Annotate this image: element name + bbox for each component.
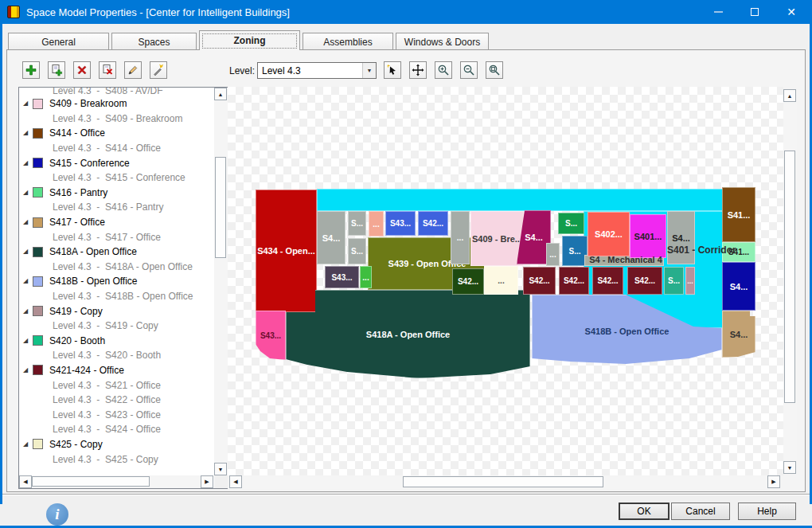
tab-assemblies[interactable]: Assemblies (303, 33, 393, 50)
plan-room-navy-s4[interactable]: S4... (722, 262, 755, 311)
pan-tool-button[interactable] (409, 61, 427, 79)
plan-room-tan-s4[interactable]: S4... (722, 311, 755, 358)
plan-room-dkred-c[interactable]: S42... (592, 267, 623, 295)
plan-room-corridor-top[interactable] (317, 189, 724, 211)
zoom-in-button[interactable] (435, 61, 452, 79)
plan-room-gray-sliver[interactable]: ... (451, 211, 470, 264)
plan-vscroll-thumb[interactable] (784, 151, 795, 403)
tree-subitem[interactable]: Level 4.3 - S414 - Office (19, 141, 213, 156)
add-space-button[interactable] (22, 61, 40, 79)
auto-zone-button[interactable] (150, 61, 167, 79)
expander-icon[interactable]: ◢ (23, 278, 33, 284)
floor-plan-canvas[interactable]: S439 - Open OfficeS409 - Bre...S434 - Op… (228, 87, 783, 475)
plan-room-blue-b[interactable]: S42... (418, 211, 448, 236)
plan-room-lime-dots[interactable]: ... (360, 266, 372, 288)
plan-vertical-scrollbar[interactable]: ▲ ▼ (783, 89, 797, 474)
plan-room-pink-s43[interactable]: S43... (256, 311, 286, 360)
tab-zoning[interactable]: Zoning (199, 30, 300, 50)
expander-icon[interactable]: ◢ (23, 248, 33, 255)
plan-room-gray-b[interactable]: S... (348, 211, 366, 236)
tab-windows-doors[interactable]: Windows & Doors (396, 33, 489, 50)
tree-item[interactable]: ◢S425 - Copy (19, 437, 213, 452)
plan-room-dkred-b[interactable]: S42... (559, 267, 589, 295)
plan-room-s401-room[interactable]: S401... (630, 214, 666, 258)
tree-subitem[interactable]: Level 4.3 - S425 - Copy (19, 452, 213, 467)
info-icon[interactable]: i (46, 503, 68, 526)
plan-room-blue-a[interactable]: S43... (385, 211, 416, 236)
scroll-left-icon[interactable]: ◀ (229, 475, 242, 488)
plan-room-dkred-a[interactable]: S42... (523, 267, 556, 295)
plan-room-gray-c[interactable]: S... (348, 238, 366, 264)
plan-room-s402[interactable]: S402... (588, 212, 630, 256)
tree-item[interactable]: ◢S420 - Booth (19, 334, 213, 349)
tree-subitem[interactable]: Level 4.3 - S423 - Office (19, 407, 213, 422)
expander-icon[interactable]: ◢ (23, 100, 33, 107)
tree-subitem[interactable]: Level 4.3 - S420 - Booth (19, 348, 213, 363)
plan-hscroll-thumb[interactable] (403, 476, 603, 487)
tab-spaces[interactable]: Spaces (111, 33, 197, 50)
plan-room-mauve-dots[interactable]: ... (685, 267, 695, 295)
edit-button[interactable] (124, 61, 142, 79)
expander-icon[interactable]: ◢ (23, 441, 33, 448)
tree-vertical-scrollbar[interactable]: ▲ ▼ (214, 88, 228, 475)
tree-item[interactable]: ◢S414 - Office (19, 126, 213, 141)
plan-room-cream-dots[interactable]: ... (484, 266, 518, 295)
plan-room-s418a[interactable]: S418A - Open Office (286, 290, 530, 378)
scroll-right-icon[interactable]: ▶ (767, 475, 780, 488)
tree-subitem[interactable]: Level 4.3 - S417 - Office (19, 229, 213, 244)
plan-room-s409[interactable]: S409 - Bre... (470, 211, 524, 266)
scroll-up-icon[interactable]: ▲ (214, 88, 227, 100)
scroll-up-icon[interactable]: ▲ (783, 89, 796, 102)
tree-subitem[interactable]: Level 4.3 - S424 - Office (19, 422, 213, 437)
level-dropdown[interactable]: Level 4.3 ▼ (257, 62, 377, 79)
plan-room-slate[interactable]: S43... (325, 266, 359, 288)
scroll-down-icon[interactable]: ▼ (214, 463, 227, 475)
zoom-out-button[interactable] (460, 61, 478, 79)
tree-subitem[interactable]: Level 4.3 - S408 - AV/DF (19, 88, 213, 96)
tree-subitem[interactable]: Level 4.3 - S422 - Office (19, 393, 213, 408)
tree-hscroll-thumb[interactable] (32, 476, 150, 487)
tab-general[interactable]: General (8, 33, 109, 50)
plan-room-green-s[interactable]: S... (558, 213, 584, 234)
tree-subitem[interactable]: Level 4.3 - S418B - Open Office (19, 289, 213, 304)
close-button[interactable]: ✕ (773, 0, 810, 24)
help-button[interactable]: Help (738, 503, 796, 520)
maximize-button[interactable] (736, 0, 773, 24)
plan-room-gray-dots[interactable]: ... (546, 243, 560, 266)
plan-room-brown-s41[interactable]: S41... (722, 187, 755, 242)
tree-subitem[interactable]: Level 4.3 - S419 - Copy (19, 319, 213, 334)
zoom-extents-button[interactable] (486, 61, 503, 79)
expander-icon[interactable]: ◢ (23, 367, 33, 374)
plan-room-salmon-dots[interactable]: ... (369, 211, 384, 237)
tree-item[interactable]: ◢S419 - Copy (19, 303, 213, 319)
expander-icon[interactable]: ◢ (23, 130, 33, 136)
expander-icon[interactable]: ◢ (23, 190, 33, 196)
tree-item[interactable]: ◢S409 - Breakroom (19, 96, 213, 111)
tree-item[interactable]: ◢S417 - Office (19, 215, 213, 230)
delete-space-button[interactable] (73, 61, 91, 79)
plan-room-s434[interactable]: S434 - Open... (256, 190, 317, 312)
plan-room-dkgreen[interactable]: S42... (452, 268, 484, 295)
tree-horizontal-scrollbar[interactable]: ◀ ▶ (19, 475, 213, 488)
scroll-down-icon[interactable]: ▼ (783, 461, 796, 474)
scroll-left-icon[interactable]: ◀ (19, 475, 32, 488)
tree-subitem[interactable]: Level 4.3 - S415 - Conference (19, 170, 213, 186)
expander-icon[interactable]: ◢ (23, 219, 33, 225)
plan-room-gray-a[interactable]: S4... (317, 211, 345, 264)
cancel-button[interactable]: Cancel (671, 503, 730, 520)
expander-icon[interactable]: ◢ (23, 338, 33, 344)
ok-button[interactable]: OK (619, 503, 670, 520)
plan-room-dkred-d[interactable]: S42... (627, 267, 662, 295)
expander-icon[interactable]: ◢ (23, 308, 33, 315)
tree-vscroll-thumb[interactable] (215, 157, 226, 258)
select-tool-button[interactable] (384, 61, 401, 79)
plan-room-gray-right[interactable]: S4... (667, 211, 695, 264)
tree-subitem[interactable]: Level 4.3 - S418A - Open Office (19, 260, 213, 275)
tree-subitem[interactable]: Level 4.3 - S421 - Office (19, 377, 213, 393)
tree-item[interactable]: ◢S421-424 - Office (19, 363, 213, 378)
tree-subitem[interactable]: Level 4.3 - S416 - Pantry (19, 200, 213, 215)
tree-item[interactable]: ◢S418A - Open Office (19, 244, 213, 260)
tree-subitem[interactable]: Level 4.3 - S409 - Breakroom (19, 111, 213, 127)
chevron-down-icon[interactable]: ▼ (362, 63, 376, 78)
tree-item[interactable]: ◢S418B - Open Office (19, 274, 213, 289)
